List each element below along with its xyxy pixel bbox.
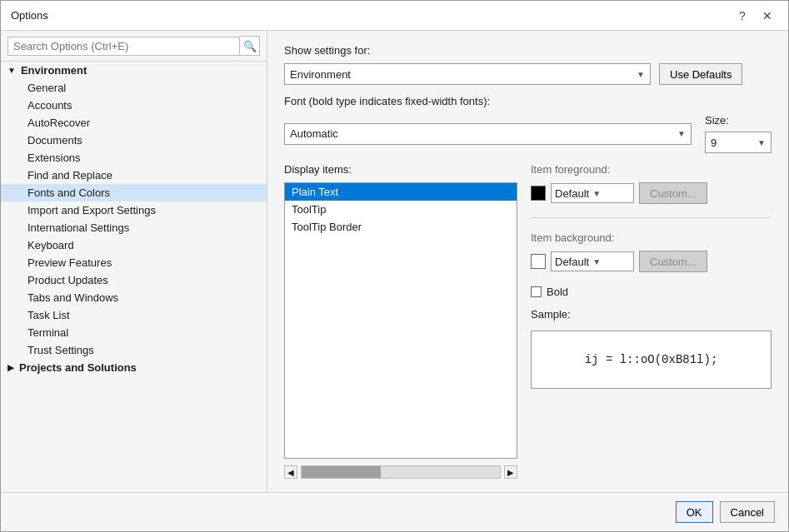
tree-item-fonts-colors[interactable]: Fonts and Colors <box>1 184 267 201</box>
show-settings-arrow: ▼ <box>637 70 645 79</box>
options-dialog: Options ? ✕ 🔍 ▼EnvironmentGeneralAccount… <box>0 0 789 532</box>
tree-item-label: Preview Features <box>27 256 112 269</box>
chevron-icon: ▼ <box>7 66 16 75</box>
search-box: 🔍 <box>1 31 267 62</box>
tree-item-label: General <box>27 82 66 94</box>
display-items-label: Display items: <box>284 163 517 176</box>
item-foreground-label: Item foreground: <box>531 163 772 176</box>
tree-item-label: Extensions <box>27 152 81 164</box>
tree-item-label: Fonts and Colors <box>27 186 110 199</box>
sample-label: Sample: <box>531 308 772 321</box>
list-scroll-right[interactable]: ▶ <box>504 465 517 479</box>
tree-item-label: Trust Settings <box>27 344 94 356</box>
background-row: Default ▼ Custom... <box>531 251 772 272</box>
tree-item-label: International Settings <box>27 221 129 234</box>
foreground-arrow: ▼ <box>592 189 601 198</box>
cancel-button[interactable]: Cancel <box>720 501 775 523</box>
right-settings-panel: Item foreground: Default ▼ Custom... <box>531 163 772 479</box>
tree-item-label: Import and Export Settings <box>27 204 156 216</box>
tree-item-label: Documents <box>27 134 82 147</box>
foreground-custom-button[interactable]: Custom... <box>639 182 707 204</box>
display-item-plain-text[interactable]: Plain Text <box>285 183 517 201</box>
tree-item-extensions[interactable]: Extensions <box>1 149 267 167</box>
chevron-icon: ▶ <box>7 363 14 372</box>
help-button[interactable]: ? <box>732 5 753 27</box>
font-label: Font (bold type indicates fixed-width fo… <box>284 95 772 107</box>
show-settings-group: Show settings for: Environment ▼ Use Def… <box>284 44 772 85</box>
display-items-panel: Display items: Plain TextToolTipToolTip … <box>284 163 517 479</box>
background-arrow: ▼ <box>592 257 601 266</box>
tree-item-find-replace[interactable]: Find and Replace <box>1 167 267 184</box>
background-group: Item background: Default ▼ Custom... <box>531 231 772 272</box>
foreground-dropdown[interactable]: Default ▼ <box>551 183 634 203</box>
tree-item-tabs-windows[interactable]: Tabs and Windows <box>1 289 267 306</box>
bottom-bar: OK Cancel <box>1 492 788 531</box>
ok-button[interactable]: OK <box>676 501 713 523</box>
foreground-swatch <box>531 186 546 201</box>
font-dropdown[interactable]: Automatic ▼ <box>284 123 692 145</box>
tree-item-trust-settings[interactable]: Trust Settings <box>1 341 267 359</box>
title-bar: Options ? ✕ <box>1 1 788 31</box>
list-scroll-left[interactable]: ◀ <box>284 465 297 479</box>
sample-text: ij = l::oO(0xB81l); <box>585 353 718 366</box>
background-swatch <box>531 254 546 269</box>
show-settings-value: Environment <box>290 68 351 81</box>
display-item-tooltip-border[interactable]: ToolTip Border <box>285 218 517 236</box>
dialog-body: 🔍 ▼EnvironmentGeneralAccountsAutoRecover… <box>1 31 788 492</box>
title-bar-controls: ? ✕ <box>732 5 778 27</box>
list-scrollbar-thumb <box>302 466 381 478</box>
search-input[interactable] <box>7 37 240 56</box>
font-arrow: ▼ <box>677 129 686 138</box>
tree-item-label: Tabs and Windows <box>27 291 118 304</box>
tree-item-accounts[interactable]: Accounts <box>1 97 267 114</box>
background-dropdown[interactable]: Default ▼ <box>551 251 634 271</box>
tree-item-preview-features[interactable]: Preview Features <box>1 254 267 271</box>
foreground-row: Default ▼ Custom... <box>531 182 772 204</box>
tree-item-label: Product Updates <box>27 274 108 286</box>
show-settings-row: Environment ▼ Use Defaults <box>284 63 772 85</box>
tree-item-label: Find and Replace <box>27 169 112 181</box>
tree-item-label: Keyboard <box>27 239 74 251</box>
tree-item-terminal[interactable]: Terminal <box>1 324 267 341</box>
tree-item-documents[interactable]: Documents <box>1 132 267 149</box>
font-value: Automatic <box>290 127 338 140</box>
tree-item-projects-solutions[interactable]: ▶Projects and Solutions <box>1 359 267 376</box>
font-group: Font (bold type indicates fixed-width fo… <box>284 95 772 153</box>
tree-item-label: Terminal <box>27 326 68 339</box>
background-value: Default <box>555 256 589 268</box>
bold-row: Bold <box>531 286 772 298</box>
foreground-value: Default <box>555 187 589 200</box>
sample-box: ij = l::oO(0xB81l); <box>531 331 772 389</box>
display-item-tooltip[interactable]: ToolTip <box>285 201 517 218</box>
show-settings-dropdown[interactable]: Environment ▼ <box>284 63 651 85</box>
display-items-list[interactable]: Plain TextToolTipToolTip Border <box>284 182 517 459</box>
tree-container[interactable]: ▼EnvironmentGeneralAccountsAutoRecoverDo… <box>1 62 267 492</box>
tree-item-environment[interactable]: ▼Environment <box>1 62 267 79</box>
size-value: 9 <box>711 137 717 149</box>
close-button[interactable]: ✕ <box>757 5 778 27</box>
bold-checkbox[interactable] <box>531 286 542 297</box>
font-row: Automatic ▼ Size: 9 ▼ <box>284 114 772 153</box>
list-scrollbar-track[interactable] <box>301 465 501 479</box>
tree-item-product-updates[interactable]: Product Updates <box>1 271 267 289</box>
tree-item-keyboard[interactable]: Keyboard <box>1 236 267 254</box>
list-scrollbar: ◀ ▶ <box>284 465 517 479</box>
background-custom-button[interactable]: Custom... <box>639 251 707 272</box>
tree-item-general[interactable]: General <box>1 79 267 97</box>
tree-item-task-list[interactable]: Task List <box>1 306 267 324</box>
show-settings-label: Show settings for: <box>284 44 772 57</box>
use-defaults-button[interactable]: Use Defaults <box>659 63 742 85</box>
tree-item-label: Accounts <box>27 99 72 112</box>
tree-item-autorecover[interactable]: AutoRecover <box>1 114 267 132</box>
bold-label: Bold <box>547 286 568 298</box>
size-arrow: ▼ <box>757 138 766 147</box>
size-group: Size: 9 ▼ <box>705 114 772 153</box>
sample-group: Sample: ij = l::oO(0xB81l); <box>531 308 772 389</box>
search-icon[interactable]: 🔍 <box>240 36 260 56</box>
tree-item-international[interactable]: International Settings <box>1 219 267 236</box>
size-label: Size: <box>705 114 772 127</box>
tree-item-label: Task List <box>27 309 70 321</box>
tree-item-import-export[interactable]: Import and Export Settings <box>1 201 267 219</box>
size-dropdown[interactable]: 9 ▼ <box>705 132 772 153</box>
right-panel: Show settings for: Environment ▼ Use Def… <box>267 31 788 492</box>
